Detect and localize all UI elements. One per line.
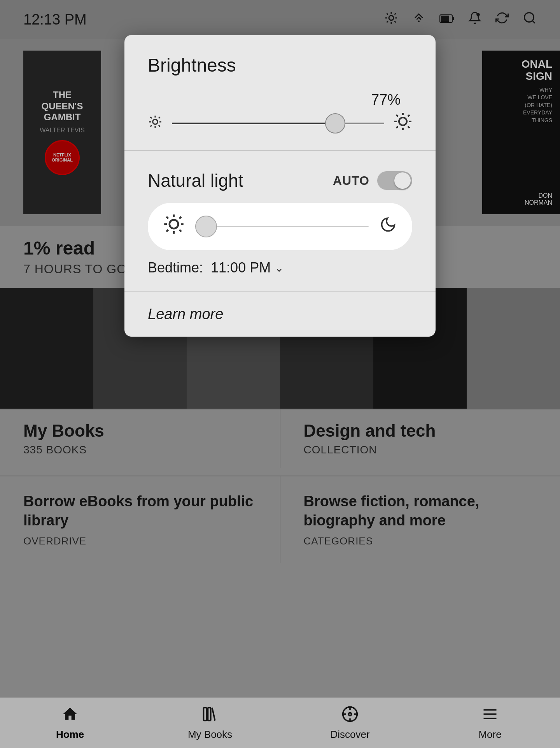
svg-line-31 <box>408 126 410 128</box>
learn-more-link[interactable]: Learn more <box>148 306 223 322</box>
bedtime-time-value: 11:00 PM <box>211 260 271 276</box>
svg-line-22 <box>159 125 160 126</box>
svg-line-40 <box>179 230 181 232</box>
toggle-knob <box>394 172 411 189</box>
bedtime-row: Bedtime: 11:00 PM ⌄ <box>148 260 412 276</box>
natural-light-toggle[interactable] <box>377 171 412 190</box>
svg-line-41 <box>166 230 168 232</box>
natural-light-slider-box <box>148 203 412 250</box>
panel-arrow <box>272 35 288 36</box>
sun-large-icon <box>394 112 412 135</box>
svg-line-39 <box>166 217 168 219</box>
bedtime-time-picker[interactable]: 11:00 PM ⌄ <box>211 260 284 276</box>
svg-line-30 <box>396 115 398 116</box>
brightness-slider-fill <box>172 123 335 124</box>
brightness-panel: Brightness 77% <box>124 35 436 337</box>
brightness-slider-row <box>148 112 412 135</box>
svg-point-16 <box>153 119 158 124</box>
svg-line-21 <box>150 117 152 118</box>
brightness-section: Brightness 77% <box>124 35 436 150</box>
moon-icon <box>380 216 397 237</box>
learn-more-section: Learn more <box>124 291 436 337</box>
natural-light-slider-track[interactable] <box>195 226 369 227</box>
brightness-slider-thumb[interactable] <box>325 113 345 133</box>
brightness-slider-track[interactable] <box>172 123 384 124</box>
svg-point-25 <box>399 118 407 125</box>
brightness-title: Brightness <box>148 54 412 76</box>
natural-light-title: Natural light <box>148 170 243 191</box>
natural-light-row: Natural light AUTO <box>148 170 412 191</box>
sun-small-icon <box>148 114 163 133</box>
svg-line-33 <box>408 115 410 116</box>
svg-line-23 <box>150 125 152 126</box>
auto-label: AUTO <box>333 174 369 188</box>
warm-sun-icon <box>163 214 184 239</box>
brightness-percent: 77% <box>148 91 401 108</box>
natural-light-slider-thumb[interactable] <box>195 216 217 237</box>
svg-point-34 <box>170 220 178 229</box>
chevron-down-icon: ⌄ <box>275 262 284 274</box>
toggle-row: AUTO <box>333 171 412 190</box>
svg-line-32 <box>396 126 398 128</box>
bedtime-label: Bedtime: <box>148 260 203 276</box>
natural-light-section: Natural light AUTO <box>124 150 436 291</box>
svg-line-42 <box>179 217 181 219</box>
svg-line-24 <box>159 117 160 118</box>
